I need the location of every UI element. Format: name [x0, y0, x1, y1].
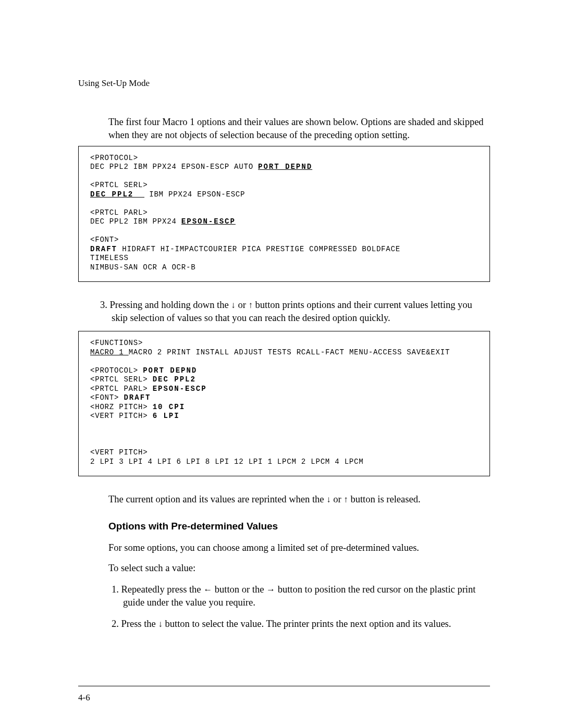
code-line: <PRTCL SERL> [90, 181, 478, 190]
code-line: <PROTOCOL> PORT DEPND [90, 366, 478, 376]
code-line: DRAFT HIDRAFT HI-IMPACTCOURIER PICA PRES… [90, 245, 478, 254]
code-line: <PROTOCOL> [90, 154, 478, 163]
code-line: <PRTCL PARL> EPSON-ESCP [90, 385, 478, 394]
code-line: <FONT> DRAFT [90, 393, 478, 403]
up-arrow-icon: ↑ [248, 300, 253, 310]
page: Using Set-Up Mode The first four Macro 1… [0, 0, 563, 728]
up-arrow-icon: ↑ [344, 495, 348, 504]
after-box2-paragraph: The current option and its values are re… [108, 493, 490, 506]
step-3: 3. Pressing and holding down the ↓ or ↑ … [97, 299, 490, 325]
code-line: <FUNCTIONS> [90, 339, 478, 348]
down-arrow-icon: ↓ [158, 619, 163, 629]
code-line: <VERT PITCH> 6 LPI [90, 412, 478, 421]
left-arrow-icon: ← [203, 585, 212, 595]
subsection-heading: Options with Pre-determined Values [108, 521, 490, 532]
printout-box-2: <FUNCTIONS> MACRO 1 MACRO 2 PRINT INSTAL… [78, 331, 490, 476]
page-number: 4-6 [78, 693, 90, 703]
code-line: <FONT> [90, 236, 478, 245]
code-line: MACRO 1 MACRO 2 PRINT INSTALL ADJUST TES… [90, 348, 478, 357]
code-line: DEC PPL2__ IBM PPX24 EPSON-ESCP [90, 190, 478, 200]
predetermined-intro: For some options, you can choose among a… [108, 541, 490, 554]
code-line: <PRTCL PARL> [90, 208, 478, 218]
code-line: NIMBUS-SAN OCR A OCR-B [90, 263, 478, 273]
code-line: <VERT PITCH> [90, 448, 478, 458]
ol-step-2: 2. Press the ↓ button to select the valu… [108, 618, 490, 631]
section-header: Using Set-Up Mode [78, 78, 490, 89]
down-arrow-icon: ↓ [326, 495, 331, 504]
footer-rule [78, 686, 490, 686]
ol-step-1: 1. Repeatedly press the ← button or the … [108, 583, 490, 609]
code-line: <PRTCL SERL> DEC PPL2 [90, 375, 478, 385]
intro-paragraph: The first four Macro 1 options and their… [108, 116, 490, 142]
code-line: <HORZ PITCH> 10 CPI [90, 403, 478, 412]
right-arrow-icon: → [266, 585, 275, 595]
code-line: 2 LPI 3 LPI 4 LPI 6 LPI 8 LPI 12 LPI 1 L… [90, 458, 478, 467]
down-arrow-icon: ↓ [231, 300, 236, 310]
code-line: DEC PPL2 IBM PPX24 EPSON-ESCP AUTO PORT … [90, 163, 478, 172]
code-line: TIMELESS [90, 254, 478, 263]
to-select-intro: To select such a value: [108, 562, 490, 575]
printout-box-1: <PROTOCOL> DEC PPL2 IBM PPX24 EPSON-ESCP… [78, 146, 490, 282]
code-line: DEC PPL2 IBM PPX24 EPSON-ESCP [90, 217, 478, 227]
